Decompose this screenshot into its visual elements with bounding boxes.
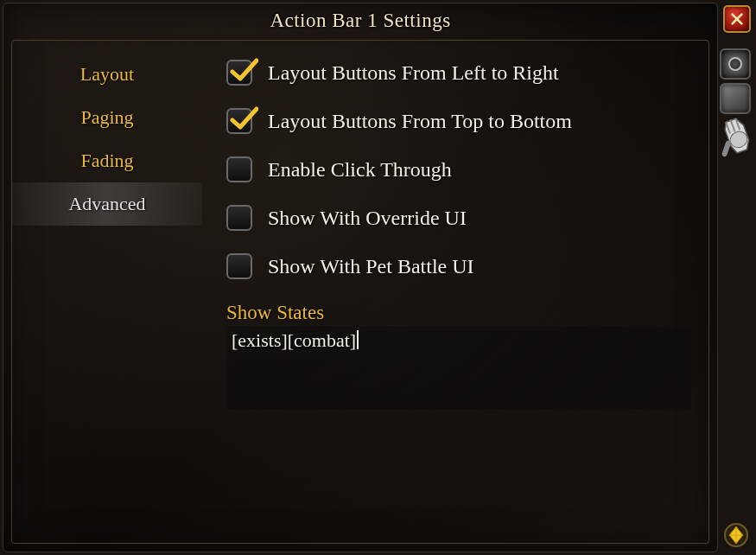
- option-row: Show With Override UI: [226, 205, 691, 231]
- option-label: Show With Override UI: [268, 207, 467, 230]
- option-label: Layout Buttons From Top to Bottom: [268, 110, 572, 133]
- sidebar-item-label: Advanced: [68, 193, 145, 215]
- side-slot-round[interactable]: [720, 48, 751, 80]
- option-row: Layout Buttons From Top to Bottom: [226, 108, 691, 134]
- option-label: Enable Click Through: [268, 158, 452, 182]
- checkmark-icon: [229, 56, 258, 86]
- show-states-value: [exists][combat]: [232, 329, 356, 351]
- corner-gem-button[interactable]: [723, 522, 749, 548]
- checkbox-layout-top-bottom[interactable]: [226, 108, 252, 134]
- sidebar-item-label: Fading: [80, 150, 133, 172]
- option-row: Enable Click Through: [226, 156, 691, 182]
- main-panel: Layout Buttons From Left to Right Layout…: [202, 41, 708, 543]
- sidebar-item-label: Layout: [80, 63, 134, 86]
- sidebar: Layout Paging Fading Advanced: [12, 41, 202, 543]
- sidebar-item-fading[interactable]: Fading: [12, 139, 202, 182]
- sidebar-item-label: Paging: [80, 106, 133, 129]
- checkbox-layout-left-right[interactable]: [226, 60, 252, 86]
- checkbox-override-ui[interactable]: [226, 205, 252, 231]
- show-states-input[interactable]: [exists][combat]: [226, 326, 691, 409]
- text-caret: [357, 330, 359, 349]
- checkbox-pet-battle-ui[interactable]: [226, 253, 252, 279]
- close-icon: [729, 11, 745, 27]
- sidebar-item-layout[interactable]: Layout: [12, 53, 202, 96]
- option-label: Layout Buttons From Left to Right: [268, 61, 559, 85]
- option-row: Show With Pet Battle UI: [226, 253, 691, 279]
- option-label: Show With Pet Battle UI: [268, 255, 474, 278]
- cursor-gauntlet-icon: [716, 114, 756, 161]
- option-row: Layout Buttons From Left to Right: [226, 60, 691, 86]
- settings-window: Action Bar 1 Settings Layout Paging Fadi…: [3, 3, 718, 552]
- sidebar-item-paging[interactable]: Paging: [12, 96, 202, 139]
- show-states-label: Show States: [226, 302, 691, 324]
- sidebar-item-advanced[interactable]: Advanced: [12, 182, 202, 226]
- window-title: Action Bar 1 Settings: [270, 10, 450, 32]
- svg-point-0: [727, 130, 749, 150]
- checkmark-icon: [229, 105, 258, 134]
- close-button[interactable]: [723, 5, 751, 33]
- checkbox-click-through[interactable]: [226, 156, 252, 182]
- inner-frame: Layout Paging Fading Advanced: [11, 40, 709, 544]
- side-slot-empty[interactable]: [720, 83, 751, 114]
- titlebar: Action Bar 1 Settings: [3, 3, 717, 38]
